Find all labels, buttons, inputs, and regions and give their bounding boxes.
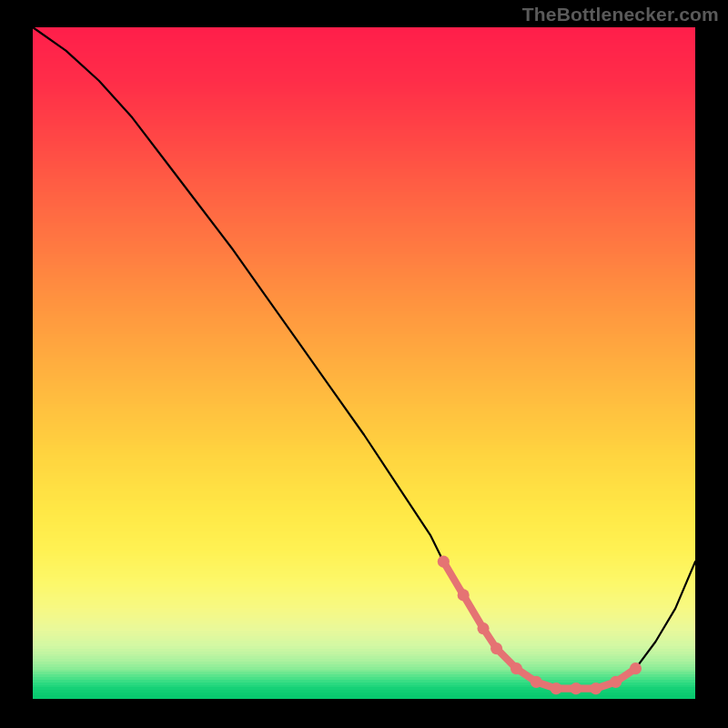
marker-dot <box>511 662 522 674</box>
marker-line <box>443 561 635 688</box>
chart-stage: TheBottlenecker.com <box>0 0 728 728</box>
curve <box>33 27 695 689</box>
chart-svg <box>33 27 695 695</box>
gradient-row <box>33 695 695 699</box>
marker-dot <box>570 682 581 694</box>
watermark-text: TheBottlenecker.com <box>522 4 719 25</box>
marker-dot <box>551 682 562 694</box>
marker-dot <box>590 682 602 694</box>
marker-dot <box>630 662 642 674</box>
marker-dot <box>490 642 502 654</box>
marker-dot <box>438 556 450 568</box>
marker-dot <box>458 589 470 601</box>
marker-group <box>438 556 642 695</box>
marker-dot <box>477 622 489 634</box>
marker-dot <box>531 676 542 688</box>
marker-dot <box>610 676 622 688</box>
plot-area <box>33 27 695 695</box>
